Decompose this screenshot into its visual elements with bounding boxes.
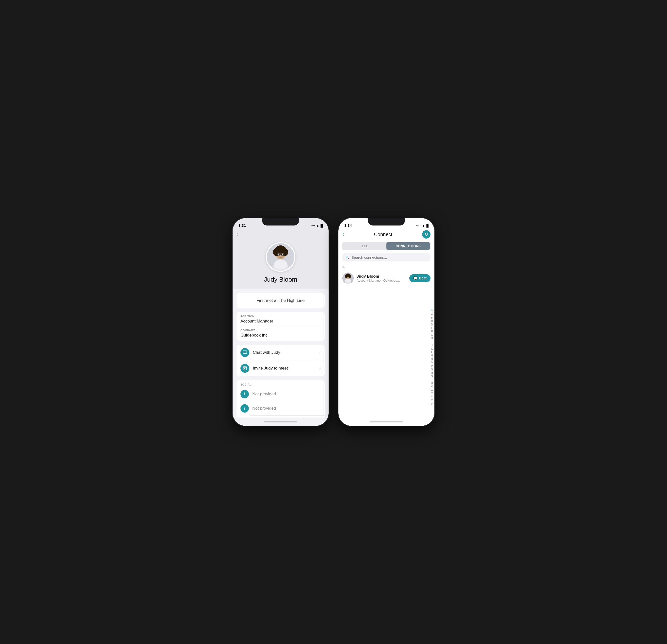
- avatar-container: [232, 240, 329, 276]
- social-label: SOCIAL: [237, 380, 325, 387]
- wifi-icon-2: ▲: [422, 224, 425, 227]
- alpha-t[interactable]: T: [431, 378, 433, 382]
- alpha-a[interactable]: A: [431, 313, 433, 316]
- facebook-icon: f: [241, 390, 249, 398]
- facebook-value: Not provided: [252, 392, 276, 397]
- chat-chevron: ›: [319, 350, 321, 355]
- alpha-r[interactable]: R: [431, 371, 433, 375]
- twitter-icon: t: [241, 404, 249, 413]
- signal-icon: ••••: [311, 224, 315, 227]
- alpha-s[interactable]: S: [431, 375, 433, 378]
- chat-action-text: Chat with Judy: [253, 350, 319, 355]
- search-input[interactable]: [352, 255, 427, 259]
- alpha-search[interactable]: 🔍: [430, 309, 434, 312]
- position-label: POSITION: [241, 315, 321, 318]
- connect-nav: ‹ Connect O: [338, 229, 435, 240]
- facebook-row[interactable]: f Not provided: [237, 387, 325, 401]
- invite-action-text: Invite Judy to meet: [253, 366, 319, 371]
- memo-text: First met at The High Line: [257, 298, 305, 303]
- alpha-f[interactable]: F: [431, 330, 433, 333]
- profile-content: First met at The High Line POSITION Acco…: [232, 289, 329, 418]
- alpha-q[interactable]: Q: [431, 368, 433, 371]
- connect-title: Connect: [344, 232, 422, 237]
- conn-name-judy: Judy Bloom: [357, 274, 409, 279]
- connect-list: B Judy Bloom Account Mana: [338, 264, 435, 418]
- avatar: [266, 242, 295, 272]
- chat-btn-icon: 💬: [413, 276, 418, 280]
- svg-point-9: [282, 254, 283, 255]
- alpha-d[interactable]: D: [431, 323, 433, 326]
- alpha-e[interactable]: E: [431, 326, 433, 330]
- linkedin-row[interactable]: in Not provided: [237, 416, 325, 418]
- connect-back-button[interactable]: ‹: [342, 231, 344, 238]
- notch: [262, 218, 299, 225]
- conn-info-judy: Judy Bloom Account Manager, Guideboo...: [357, 274, 409, 283]
- alpha-j[interactable]: J: [432, 344, 433, 347]
- home-bar: [264, 421, 297, 422]
- company-label: COMPANY: [241, 329, 321, 332]
- invite-chevron: ›: [319, 366, 321, 371]
- profile-avatar-image: [267, 243, 294, 271]
- wifi-icon: ▲: [316, 224, 319, 227]
- back-button[interactable]: ‹: [237, 231, 238, 238]
- twitter-row[interactable]: t Not provided: [237, 401, 325, 416]
- status-time: 3:31: [239, 223, 246, 227]
- battery-icon-2: █: [426, 224, 428, 227]
- phone-profile: 3:31 •••• ▲ █ ‹: [232, 218, 329, 426]
- chat-action-icon: [241, 348, 249, 357]
- battery-icon: █: [321, 224, 323, 227]
- index-letter-b: B: [338, 264, 435, 270]
- conn-avatar-judy: [342, 273, 354, 284]
- alpha-h[interactable]: H: [431, 337, 433, 340]
- conn-role-judy: Account Manager, Guideboo...: [357, 279, 409, 283]
- alpha-sidebar: 🔍 A B C D E F G H I J K L M N O P Q R S: [430, 309, 434, 406]
- alpha-p[interactable]: P: [431, 364, 433, 368]
- search-bar: 🔍: [342, 253, 430, 261]
- profile-name: Judy Bloom: [232, 276, 329, 284]
- alpha-l[interactable]: L: [431, 351, 433, 354]
- alpha-hash[interactable]: #: [431, 402, 433, 406]
- connection-row-judy: Judy Bloom Account Manager, Guideboo... …: [338, 270, 435, 286]
- notch-2: [368, 218, 405, 225]
- info-section: POSITION Account Manager COMPANY Guidebo…: [237, 312, 325, 341]
- action-section: Chat with Judy › Invite Judy to meet ›: [237, 345, 325, 376]
- svg-point-19: [348, 274, 351, 278]
- chat-action-row[interactable]: Chat with Judy ›: [237, 345, 325, 360]
- alpha-k[interactable]: K: [431, 347, 433, 351]
- profile-header-area: ‹: [232, 229, 329, 289]
- segmented-control: ALL CONNECTIONS: [342, 242, 430, 251]
- connections-tab[interactable]: CONNECTIONS: [386, 242, 430, 250]
- alpha-w[interactable]: W: [431, 388, 433, 392]
- all-tab[interactable]: ALL: [343, 242, 386, 250]
- twitter-value: Not provided: [252, 406, 276, 411]
- alpha-v[interactable]: V: [431, 385, 433, 388]
- position-value: Account Manager: [241, 319, 321, 324]
- alpha-g[interactable]: G: [431, 333, 433, 337]
- connect-user-avatar[interactable]: O: [422, 230, 430, 239]
- calendar-icon: [242, 366, 247, 371]
- home-indicator-2: [338, 418, 435, 426]
- alpha-m[interactable]: M: [431, 354, 433, 357]
- chat-icon: [242, 350, 247, 355]
- alpha-b[interactable]: B: [431, 316, 433, 320]
- chat-btn-label: Chat: [419, 276, 426, 280]
- memo-box[interactable]: First met at The High Line: [237, 293, 325, 308]
- alpha-o[interactable]: O: [431, 361, 433, 364]
- svg-point-7: [276, 245, 286, 252]
- alpha-i[interactable]: I: [432, 340, 433, 344]
- alpha-z[interactable]: Z: [431, 399, 433, 402]
- alpha-x[interactable]: X: [431, 392, 433, 396]
- home-indicator: [232, 418, 329, 426]
- invite-action-row[interactable]: Invite Judy to meet ›: [237, 360, 325, 376]
- alpha-n[interactable]: N: [431, 357, 433, 361]
- svg-point-8: [278, 254, 280, 255]
- invite-action-icon: [241, 364, 249, 373]
- status-icons-2: •••• ▲ █: [417, 224, 428, 227]
- alpha-c[interactable]: C: [431, 320, 433, 323]
- nav-bar: ‹: [232, 229, 329, 240]
- conn-chat-button[interactable]: 💬 Chat: [409, 274, 430, 282]
- status-icons: •••• ▲ █: [311, 224, 323, 227]
- search-icon: 🔍: [345, 256, 349, 259]
- alpha-u[interactable]: U: [431, 382, 433, 385]
- alpha-y[interactable]: Y: [431, 396, 433, 399]
